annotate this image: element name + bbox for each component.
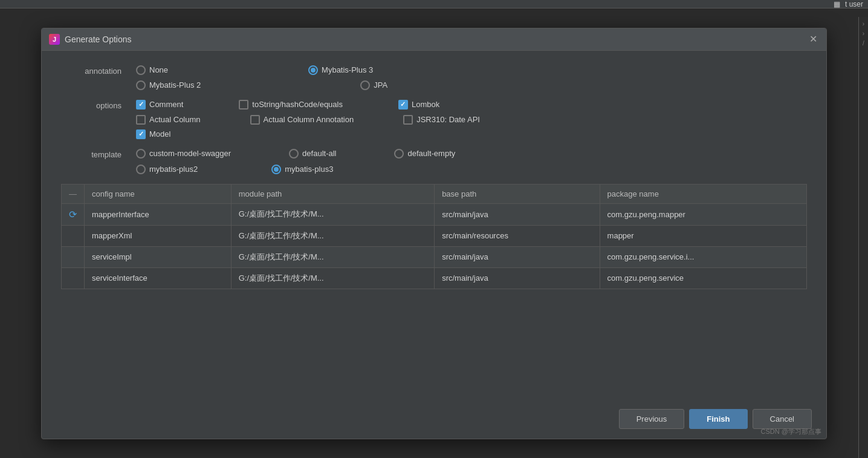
- options-label3: [61, 129, 121, 131]
- top-bar-grid-icon: ▦: [834, 0, 840, 8]
- radio-mybatis-plus2-label: Mybatis-Plus 2: [149, 80, 201, 90]
- template-controls: custom-model-swagger default-all default…: [136, 149, 807, 174]
- config-table: — config name module path base path pack…: [61, 184, 807, 289]
- radio-default-all-label: default-all: [302, 149, 336, 158]
- radio-template-mybatis-plus3[interactable]: mybatis-plus3: [271, 165, 333, 174]
- options-controls2: Actual Column Actual Column Annotation J…: [136, 115, 807, 125]
- previous-button[interactable]: Previous: [619, 409, 685, 429]
- cancel-button[interactable]: Cancel: [753, 409, 812, 429]
- table-cell-package_name: com.gzu.peng.mapper: [600, 203, 806, 225]
- table-header-config-name: config name: [85, 184, 232, 203]
- annotation-row: annotation None Mybatis-Plus 3: [61, 65, 807, 76]
- table-cell-package_name: com.gzu.peng.service.i...: [600, 246, 806, 267]
- checkbox-model-label: Model: [149, 129, 170, 139]
- checkbox-model-box: ✓: [136, 129, 146, 139]
- strip-item-3[interactable]: /: [860, 39, 868, 47]
- table-row[interactable]: mapperXmlG:/桌面/找工作/技术/M...src/main/resou…: [62, 225, 807, 246]
- checkbox-comment-check: ✓: [138, 101, 144, 108]
- radio-mybatis-plus3-outer: [308, 65, 318, 75]
- generate-options-dialog: J Generate Options ✕ annotation None: [41, 28, 827, 439]
- radio-none-outer: [136, 65, 146, 75]
- radio-mybatis-plus2[interactable]: Mybatis-Plus 2: [136, 80, 201, 90]
- table-cell-module_path: G:/桌面/找工作/技术/M...: [231, 267, 434, 289]
- annotation-row2: Mybatis-Plus 2 JPA: [61, 80, 807, 90]
- checkbox-lombok[interactable]: ✓ Lombok: [398, 100, 439, 110]
- radio-custom-model-swagger[interactable]: custom-model-swagger: [136, 149, 231, 159]
- table-cell-config_name: serviceInterface: [85, 267, 232, 289]
- template-row2: mybatis-plus2 mybatis-plus3: [136, 165, 807, 174]
- template-row: template custom-model-swagger default-al…: [61, 149, 807, 174]
- radio-jpa-outer: [360, 80, 370, 90]
- annotation-controls2: Mybatis-Plus 2 JPA: [136, 80, 807, 90]
- checkbox-model[interactable]: ✓ Model: [136, 129, 170, 139]
- checkbox-comment[interactable]: ✓ Comment: [136, 100, 183, 110]
- checkbox-lombok-check: ✓: [400, 101, 406, 108]
- options-row3: ✓ Model: [61, 129, 807, 139]
- radio-mybatis-plus2-outer: [136, 80, 146, 90]
- annotation-controls: None Mybatis-Plus 3: [136, 65, 807, 75]
- radio-template-mp2-label: mybatis-plus2: [149, 165, 198, 174]
- checkbox-actual-column-box: [136, 115, 146, 125]
- checkbox-model-check: ✓: [138, 131, 144, 137]
- dialog-wrapper: J Generate Options ✕ annotation None: [0, 8, 868, 458]
- radio-mybatis-plus3-inner: [311, 68, 316, 73]
- top-bar-content: ▦ t user: [834, 0, 863, 8]
- radio-default-empty-label: default-empty: [407, 149, 455, 158]
- checkbox-actual-column[interactable]: Actual Column: [136, 115, 201, 125]
- template-label: template: [61, 149, 121, 159]
- options-controls3: ✓ Model: [136, 129, 807, 139]
- table-row[interactable]: serviceInterfaceG:/桌面/找工作/技术/M...src/mai…: [62, 267, 807, 289]
- strip-item-2[interactable]: ›: [860, 29, 868, 38]
- checkbox-comment-label: Comment: [149, 100, 183, 109]
- checkbox-jsr310[interactable]: JSR310: Date API: [403, 115, 480, 125]
- radio-jpa-label: JPA: [374, 80, 387, 90]
- radio-template-mp3-inner: [274, 167, 279, 172]
- radio-default-empty[interactable]: default-empty: [394, 149, 455, 159]
- radio-template-mybatis-plus2[interactable]: mybatis-plus2: [136, 165, 198, 174]
- radio-custom-swagger-outer: [136, 149, 146, 159]
- table-row[interactable]: serviceImplG:/桌面/找工作/技术/M...src/main/jav…: [62, 246, 807, 267]
- table-row[interactable]: ⟳mapperInterfaceG:/桌面/找工作/技术/M...src/mai…: [62, 203, 807, 225]
- checkbox-comment-box: ✓: [136, 100, 146, 110]
- radio-custom-swagger-label: custom-model-swagger: [149, 149, 231, 158]
- strip-item-1[interactable]: ›: [860, 19, 868, 28]
- table-cell-base_path: src/main/java: [435, 246, 600, 267]
- checkbox-tostring[interactable]: toString/hashCode/equals: [239, 100, 343, 110]
- dialog-title: Generate Options: [65, 34, 132, 44]
- table-cell-config_name: mapperXml: [85, 225, 232, 246]
- refresh-icon[interactable]: ⟳: [69, 209, 77, 220]
- checkbox-jsr310-label: JSR310: Date API: [416, 115, 480, 124]
- checkbox-lombok-box: ✓: [398, 100, 408, 110]
- checkbox-actual-column-label: Actual Column: [149, 115, 201, 124]
- dialog-body: annotation None Mybatis-Plus 3: [42, 51, 826, 304]
- minus-icon: —: [69, 189, 77, 198]
- table-cell-base_path: src/main/resources: [435, 225, 600, 246]
- finish-button[interactable]: Finish: [689, 409, 747, 429]
- checkbox-actual-column-annotation[interactable]: Actual Column Annotation: [250, 115, 354, 125]
- checkbox-actual-column-annotation-box: [250, 115, 260, 125]
- radio-mybatis-plus3[interactable]: Mybatis-Plus 3: [308, 65, 373, 75]
- options-row1: options ✓ Comment toString/hashCode/equa…: [61, 100, 807, 110]
- table-header-base-path: base path: [435, 184, 600, 203]
- radio-template-mp3-outer: [271, 165, 281, 174]
- annotation-label: annotation: [61, 65, 121, 76]
- radio-default-all[interactable]: default-all: [289, 149, 336, 159]
- radio-mybatis-plus3-label: Mybatis-Plus 3: [322, 65, 373, 74]
- table-cell-icon: [62, 225, 85, 246]
- table-cell-package_name: mapper: [600, 225, 806, 246]
- radio-jpa[interactable]: JPA: [360, 80, 387, 90]
- table-header-module-path: module path: [231, 184, 434, 203]
- close-button[interactable]: ✕: [807, 33, 819, 45]
- watermark: CSDN @学习那点事: [761, 427, 821, 436]
- app-icon: J: [49, 34, 60, 45]
- radio-none[interactable]: None: [136, 65, 168, 75]
- template-row1: custom-model-swagger default-all default…: [136, 149, 807, 159]
- radio-none-label: None: [149, 65, 168, 74]
- table-cell-module_path: G:/桌面/找工作/技术/M...: [231, 246, 434, 267]
- right-strip: › › /: [858, 17, 868, 458]
- table-header-package-name: package name: [600, 184, 806, 203]
- table-cell-config_name: mapperInterface: [85, 203, 232, 225]
- dialog-title-bar: J Generate Options ✕: [42, 28, 826, 51]
- top-bar: ▦ t user: [0, 0, 868, 8]
- checkbox-actual-column-annotation-label: Actual Column Annotation: [264, 115, 354, 124]
